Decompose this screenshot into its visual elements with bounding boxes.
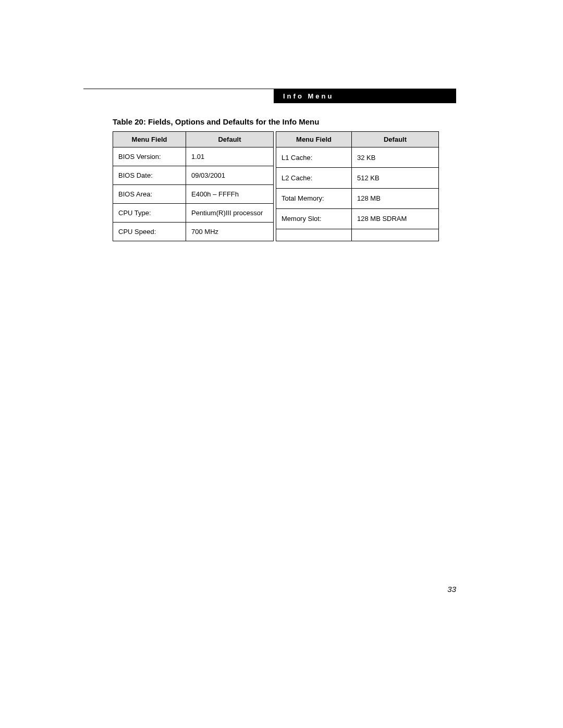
cell-field: CPU Type: xyxy=(113,204,186,223)
table-row: L2 Cache: 512 KB xyxy=(276,168,439,188)
cell-field: CPU Speed: xyxy=(113,223,186,241)
table-row: CPU Type: Pentium(R)III processor xyxy=(113,204,274,223)
cell-field: Total Memory: xyxy=(276,188,352,208)
cell-default: Pentium(R)III processor xyxy=(186,204,274,223)
table-row: L1 Cache: 32 KB xyxy=(276,147,439,168)
table-row: BIOS Area: E400h – FFFFh xyxy=(113,185,274,204)
table-row: Memory Slot: 128 MB SDRAM xyxy=(276,208,439,229)
info-table-left: Menu Field Default BIOS Version: 1.01 BI… xyxy=(113,131,274,241)
cell-field: BIOS Area: xyxy=(113,185,186,204)
page-content: Info Menu Table 20: Fields, Options and … xyxy=(83,89,456,241)
cell-field: Memory Slot: xyxy=(276,208,352,229)
section-header-label: Info Menu xyxy=(283,92,334,100)
table-row: CPU Speed: 700 MHz xyxy=(113,223,274,241)
table-row: BIOS Date: 09/03/2001 xyxy=(113,166,274,185)
col-header-field: Menu Field xyxy=(113,132,186,147)
cell-default: 128 MB xyxy=(352,188,439,208)
table-row xyxy=(276,229,439,241)
table-header-row: Menu Field Default xyxy=(276,132,439,147)
cell-default: 09/03/2001 xyxy=(186,166,274,185)
section-header-bar: Info Menu xyxy=(274,89,456,103)
cell-field: BIOS Date: xyxy=(113,166,186,185)
cell-field: L2 Cache: xyxy=(276,168,352,188)
col-header-field: Menu Field xyxy=(276,132,352,147)
info-table-right: Menu Field Default L1 Cache: 32 KB L2 Ca… xyxy=(276,131,439,241)
col-header-default: Default xyxy=(186,132,274,147)
cell-default: 32 KB xyxy=(352,147,439,168)
cell-default: E400h – FFFFh xyxy=(186,185,274,204)
cell-default: 512 KB xyxy=(352,168,439,188)
cell-default: 1.01 xyxy=(186,147,274,166)
cell-default: 128 MB SDRAM xyxy=(352,208,439,229)
cell-field: BIOS Version: xyxy=(113,147,186,166)
page-number: 33 xyxy=(447,585,456,594)
table-row: Total Memory: 128 MB xyxy=(276,188,439,208)
cell-field xyxy=(276,229,352,241)
col-header-default: Default xyxy=(352,132,439,147)
cell-default xyxy=(352,229,439,241)
table-title: Table 20: Fields, Options and Defaults f… xyxy=(113,117,456,126)
cell-field: L1 Cache: xyxy=(276,147,352,168)
table-row: BIOS Version: 1.01 xyxy=(113,147,274,166)
table-header-row: Menu Field Default xyxy=(113,132,274,147)
cell-default: 700 MHz xyxy=(186,223,274,241)
tables-container: Menu Field Default BIOS Version: 1.01 BI… xyxy=(113,131,456,241)
